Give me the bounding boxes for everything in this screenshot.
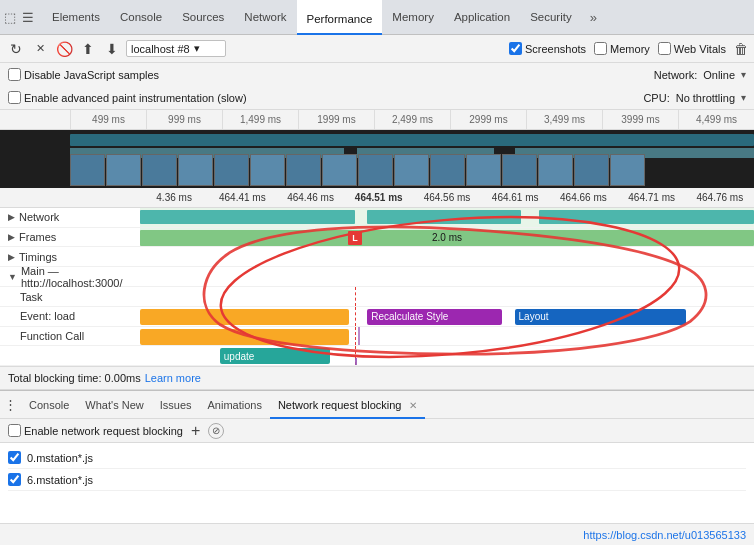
bottom-toolbar: Enable network request blocking + ⊘ bbox=[0, 419, 754, 443]
event-load-row-content: Recalculate Style Layout bbox=[140, 307, 754, 326]
time-markers: 4.36 ms 464.41 ms 464.46 ms 464.51 ms 46… bbox=[0, 188, 754, 208]
network-block-item-0: 0.mstation*.js bbox=[8, 447, 746, 469]
block-item-0-checkbox[interactable] bbox=[8, 451, 21, 464]
stop-button[interactable]: ✕ bbox=[30, 39, 50, 59]
main-expand-icon[interactable]: ▼ bbox=[8, 272, 17, 282]
tab-elements[interactable]: Elements bbox=[42, 0, 110, 35]
options-right: Network: Online ▾ bbox=[654, 69, 746, 81]
enable-blocking-text: Enable network request blocking bbox=[24, 425, 183, 437]
timings-expand-icon[interactable]: ▶ bbox=[8, 252, 15, 262]
event-load-orange-bar bbox=[140, 309, 349, 325]
bottom-footer: https://blog.csdn.net/u013565133 bbox=[0, 523, 754, 545]
task-label: Task bbox=[0, 287, 140, 306]
url-selector[interactable]: localhost #8 ▾ bbox=[126, 40, 226, 57]
total-blocking-time: Total blocking time: 0.00ms bbox=[8, 372, 141, 384]
block-item-1-checkbox[interactable] bbox=[8, 473, 21, 486]
time-7: 464.71 ms bbox=[618, 192, 686, 203]
frames-perf-row: ▶ Frames 2.0 ms L bbox=[0, 228, 754, 248]
ruler-tick-3: 1999 ms bbox=[298, 110, 374, 130]
tab-more[interactable]: » bbox=[584, 10, 603, 25]
layout-bar: Layout bbox=[515, 309, 687, 325]
ruler-tick-8: 4,499 ms bbox=[678, 110, 754, 130]
toolbar2-right: Screenshots Memory Web Vitals 🗑 bbox=[509, 41, 748, 57]
enable-paint-checkbox[interactable] bbox=[8, 91, 21, 104]
function-call-row-content bbox=[140, 327, 754, 346]
memory-label: Memory bbox=[610, 43, 650, 55]
memory-checkbox-label[interactable]: Memory bbox=[594, 42, 650, 55]
frames-expand-icon[interactable]: ▶ bbox=[8, 232, 15, 242]
tab-performance[interactable]: Performance bbox=[297, 0, 383, 35]
ruler-tick-6: 3,499 ms bbox=[526, 110, 602, 130]
tab-application[interactable]: Application bbox=[444, 0, 520, 35]
options-row: Disable JavaScript samples Network: Onli… bbox=[0, 63, 754, 87]
event-load-row-label: Event: load bbox=[20, 310, 75, 322]
network-dropdown[interactable]: ▾ bbox=[741, 69, 746, 80]
main-perf-row: ▼ Main — http://localhost:3000/ bbox=[0, 267, 754, 287]
forward-button[interactable]: ⬇ bbox=[102, 39, 122, 59]
frames-row-content: 2.0 ms L bbox=[140, 228, 754, 247]
clear-recordings-button[interactable]: 🗑 bbox=[734, 41, 748, 57]
time-6: 464.66 ms bbox=[549, 192, 617, 203]
bottom-tab-whats-new[interactable]: What's New bbox=[77, 391, 151, 419]
bottom-content: 0.mstation*.js 6.mstation*.js bbox=[0, 443, 754, 523]
tab-network[interactable]: Network bbox=[234, 0, 296, 35]
inspect-icon[interactable]: ⬚ bbox=[4, 10, 16, 25]
task-perf-row: Task bbox=[0, 287, 754, 307]
bottom-tab-animations[interactable]: Animations bbox=[200, 391, 270, 419]
tab-bar: ⬚ ☰ Elements Console Sources Network Per… bbox=[0, 0, 754, 35]
bottom-tab-console[interactable]: Console bbox=[21, 391, 77, 419]
add-pattern-button[interactable]: + bbox=[191, 422, 200, 440]
no-icon-button[interactable]: ⊘ bbox=[208, 423, 224, 439]
learn-more-link[interactable]: Learn more bbox=[145, 372, 201, 384]
clear-button[interactable]: 🚫 bbox=[54, 39, 74, 59]
time-8: 464.76 ms bbox=[686, 192, 754, 203]
network-block-item-1: 6.mstation*.js bbox=[8, 469, 746, 491]
screenshots-checkbox-label[interactable]: Screenshots bbox=[509, 42, 586, 55]
main-content: ↻ ✕ 🚫 ⬆ ⬇ localhost #8 ▾ Screenshots Mem… bbox=[0, 35, 754, 545]
status-bar: Total blocking time: 0.00ms Learn more bbox=[0, 366, 754, 390]
web-vitals-checkbox[interactable] bbox=[658, 42, 671, 55]
tab-memory[interactable]: Memory bbox=[382, 0, 444, 35]
enable-paint-label[interactable]: Enable advanced paint instrumentation (s… bbox=[8, 91, 247, 104]
tab-sources[interactable]: Sources bbox=[172, 0, 234, 35]
red-marker: L bbox=[348, 231, 362, 245]
back-button[interactable]: ⬆ bbox=[78, 39, 98, 59]
network-row-content bbox=[140, 208, 754, 227]
ruler-tick-5: 2999 ms bbox=[450, 110, 526, 130]
memory-checkbox[interactable] bbox=[594, 42, 607, 55]
reload-button[interactable]: ↻ bbox=[6, 39, 26, 59]
bottom-tab-network-blocking[interactable]: Network request blocking ✕ bbox=[270, 391, 425, 419]
update-row-content: update bbox=[140, 346, 754, 365]
ruler-tick-0: 499 ms bbox=[70, 110, 146, 130]
cpu-dropdown[interactable]: ▾ bbox=[741, 92, 746, 103]
time-4: 464.56 ms bbox=[413, 192, 481, 203]
time-3: 464.51 ms bbox=[345, 192, 413, 203]
task-row-label: Task bbox=[20, 291, 43, 303]
devtools-window: ⬚ ☰ Elements Console Sources Network Per… bbox=[0, 0, 754, 545]
disable-js-label[interactable]: Disable JavaScript samples bbox=[8, 68, 159, 81]
device-icon[interactable]: ☰ bbox=[22, 10, 34, 25]
toolbar2: ↻ ✕ 🚫 ⬆ ⬇ localhost #8 ▾ Screenshots Mem… bbox=[0, 35, 754, 63]
frames-row-label: Frames bbox=[19, 231, 56, 243]
disable-js-checkbox[interactable] bbox=[8, 68, 21, 81]
web-vitals-checkbox-label[interactable]: Web Vitals bbox=[658, 42, 726, 55]
tab-console[interactable]: Console bbox=[110, 0, 172, 35]
recalculate-style-bar: Recalculate Style bbox=[367, 309, 502, 325]
time-1: 464.41 ms bbox=[208, 192, 276, 203]
bottom-tab-issues[interactable]: Issues bbox=[152, 391, 200, 419]
ruler-tick-1: 999 ms bbox=[146, 110, 222, 130]
block-item-1-pattern: 6.mstation*.js bbox=[27, 474, 93, 486]
network-row-label: Network bbox=[19, 211, 59, 223]
bottom-tab-dots[interactable]: ⋮ bbox=[4, 397, 17, 412]
enable-blocking-label[interactable]: Enable network request blocking bbox=[8, 424, 183, 437]
tab-security[interactable]: Security bbox=[520, 0, 582, 35]
network-label: Network: bbox=[654, 69, 697, 81]
enable-blocking-checkbox[interactable] bbox=[8, 424, 21, 437]
screenshots-checkbox[interactable] bbox=[509, 42, 522, 55]
close-tab-icon[interactable]: ✕ bbox=[409, 400, 417, 411]
network-expand-icon[interactable]: ▶ bbox=[8, 212, 15, 222]
csdn-link[interactable]: https://blog.csdn.net/u013565133 bbox=[583, 529, 746, 541]
frames-value: 2.0 ms bbox=[432, 232, 462, 243]
function-call-row-label: Function Call bbox=[20, 330, 84, 342]
ruler-tick-4: 2,499 ms bbox=[374, 110, 450, 130]
